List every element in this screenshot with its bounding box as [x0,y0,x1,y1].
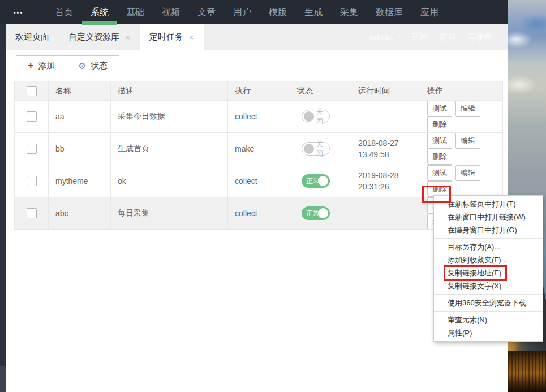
status-toggle[interactable]: 关闭 [302,110,330,123]
action-delete-button[interactable]: 删除 [427,181,452,197]
cell-description: 生成首页 [111,133,228,165]
userbar-link-3[interactable]: 清缓存 [467,32,492,42]
action-test-button[interactable]: 测试 [427,133,452,149]
cell-name: aa [49,101,111,133]
user-menu[interactable]: admin▼ [369,32,401,42]
status-button[interactable]: ⚙ 状态 [67,55,119,76]
toolbar: + 添加 ⚙ 状态 [16,55,119,76]
cell-exec: make [228,133,290,165]
status-toggle-label: 关闭 [316,139,329,158]
userbar-link-2[interactable]: 前台 [439,32,456,42]
nav-item-11[interactable]: 应用 [420,0,438,24]
action-test-button[interactable]: 测试 [427,165,452,181]
action-edit-button[interactable]: 编辑 [455,101,480,117]
action-delete-button[interactable]: 删除 [427,149,452,165]
cell-name: bb [49,133,111,165]
context-menu-item[interactable]: 复制链接文字(X) [434,279,543,292]
toggle-knob-icon [304,111,314,122]
row-checkbox[interactable] [27,208,37,218]
tab-2[interactable]: 自定义资源库× [59,24,140,50]
collapsed-sidebar[interactable] [0,24,6,392]
action-edit-button[interactable]: 编辑 [455,133,480,149]
select-all-checkbox[interactable] [27,86,37,96]
cell-description: 每日采集 [111,197,228,230]
caret-down-icon: ▼ [396,35,401,40]
status-button-label: 状态 [91,61,108,71]
userbar-link-1[interactable]: 官网 [411,32,428,42]
nav-item-8[interactable]: 生成 [304,0,323,24]
tab-label: 欢迎页面 [15,32,49,42]
cell-runtime [351,197,420,230]
status-toggle[interactable]: 关闭 [302,142,330,156]
status-toggle-label: 关闭 [316,107,329,126]
task-table: 名称描述执行状态运行时间操作 aa采集今日数据collect关闭测试编辑删除bb… [14,81,503,230]
col-header-4: 状态 [290,81,351,101]
toggle-knob-icon [304,144,314,154]
col-header-6: 操作 [420,81,503,101]
more-menu-icon[interactable]: ••• [0,9,37,16]
tab-1[interactable]: 欢迎页面 [6,24,59,50]
username: admin [369,32,393,42]
cell-runtime: 2019-08-28 20:31:26 [351,165,420,197]
tab-close-icon[interactable]: × [125,32,130,42]
table-row: aa采集今日数据collect关闭测试编辑删除 [15,101,503,133]
status-toggle[interactable]: 正常 [302,174,330,188]
nav-item-1[interactable]: 首页 [55,0,73,24]
tabs: 欢迎页面自定义资源库×定时任务× [6,24,204,50]
top-nav: ••• 首页系统基础视频文章用户模版生成采集数据库应用 [0,0,508,24]
main-content: + 添加 ⚙ 状态 名称描述执行状态运行时间操作 aa采集今日数据collect… [6,50,508,392]
nav-item-7[interactable]: 模版 [269,0,287,24]
cell-exec: collect [228,101,290,133]
nav-item-2[interactable]: 系统 [91,0,109,24]
plus-icon: + [28,60,34,72]
cell-runtime: 2018-08-27 13:49:58 [351,133,420,165]
cell-description: 采集今日数据 [111,101,228,133]
status-toggle[interactable]: 正常 [302,206,330,220]
action-delete-button[interactable]: 删除 [427,117,452,132]
nav-item-10[interactable]: 数据库 [376,0,403,24]
nav-item-3[interactable]: 基础 [126,0,144,24]
action-test-button[interactable]: 测试 [427,101,452,117]
nav-item-5[interactable]: 文章 [197,0,216,24]
table-row: bb生成首页make关闭2018-08-27 13:49:58测试编辑删除 [15,133,503,165]
add-button[interactable]: + 添加 [16,55,67,76]
col-header-5: 运行时间 [351,81,420,101]
cell-exec: collect [228,197,290,230]
row-checkbox[interactable] [27,176,37,186]
add-button-label: 添加 [38,61,55,71]
cell-name: abc [49,197,111,230]
context-menu-item[interactable]: 复制链接地址(E) [434,266,543,279]
context-menu-item[interactable]: 在隐身窗口中打开(G) [434,223,543,236]
row-checkbox[interactable] [27,111,37,122]
row-checkbox[interactable] [27,144,37,154]
context-menu-item[interactable]: 属性(P) [434,326,543,339]
table-row: mythemeokcollect正常2019-08-28 20:31:26测试编… [15,165,503,197]
user-bar: admin▼官网前台清缓存 [369,24,492,50]
col-header-3: 执行 [228,81,290,101]
nav-item-4[interactable]: 视频 [162,0,180,24]
tab-3[interactable]: 定时任务× [140,24,204,50]
tab-close-icon[interactable]: × [189,32,194,42]
toggle-knob-icon [318,176,328,186]
context-menu-item[interactable]: 在新标签页中打开(T) [434,197,543,210]
toggle-knob-icon [318,208,328,218]
context-menu-item[interactable]: 审查元素(N) [434,313,543,326]
context-menu-item[interactable]: 使用360安全浏览器下载 [434,296,543,309]
cell-description: ok [111,165,228,197]
table-row: abc每日采集collect正常测试编辑删除 [15,197,503,230]
tab-label: 自定义资源库 [68,32,119,42]
context-menu-item[interactable]: 添加到收藏夹(F)... [434,253,543,266]
context-menu: 在新标签页中打开(T)在新窗口中打开链接(W)在隐身窗口中打开(G)目标另存为(… [433,195,543,342]
context-menu-item[interactable]: 目标另存为(A)... [434,240,543,253]
col-header-2: 描述 [111,81,228,101]
tab-label: 定时任务 [149,32,183,42]
col-header-1: 名称 [49,81,111,101]
nav-item-6[interactable]: 用户 [233,0,251,24]
action-edit-button[interactable]: 编辑 [455,165,480,181]
admin-window: ••• 首页系统基础视频文章用户模版生成采集数据库应用 欢迎页面自定义资源库×定… [0,0,508,392]
cell-exec: collect [228,165,290,197]
nav-item-9[interactable]: 采集 [340,0,358,24]
context-menu-item[interactable]: 在新窗口中打开链接(W) [434,210,543,223]
nav-items: 首页系统基础视频文章用户模版生成采集数据库应用 [55,0,438,24]
gear-icon: ⚙ [79,61,86,71]
